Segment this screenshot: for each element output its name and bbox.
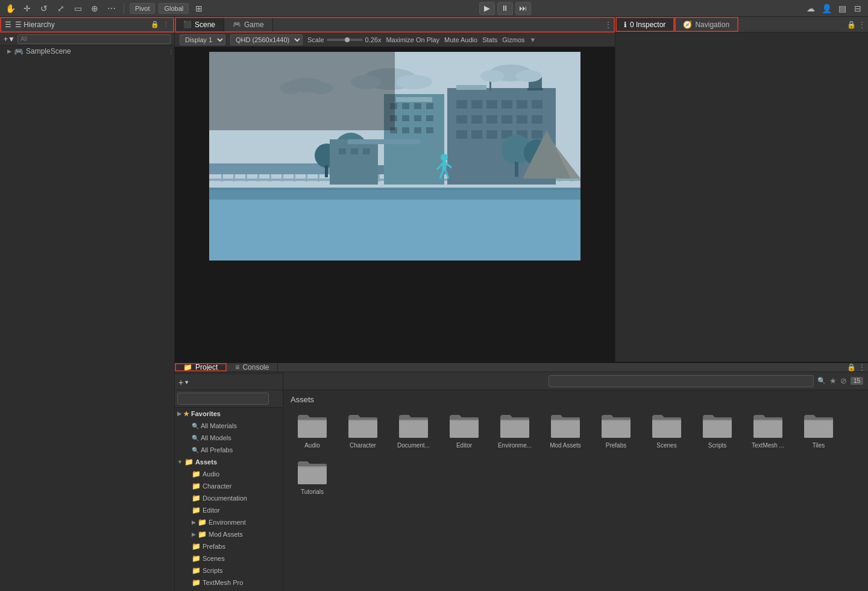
environment-label: Environment [209,519,246,526]
right-panel-more-icon[interactable]: ⋮ [858,21,866,29]
scene-more-icon[interactable]: ⋮ [602,17,615,32]
collab-icon[interactable]: ☁ [804,2,817,15]
tree-all-prefabs[interactable]: 🔍 All Prefabs [175,444,283,456]
play-icon: ▶ [484,4,490,13]
project-lock-icon[interactable]: 🔒 [847,363,856,371]
hierarchy-more-icon[interactable]: ⋮ [163,21,169,28]
mute-label[interactable]: Mute Audio [444,36,477,43]
rotate-tool-icon[interactable]: ↺ [37,2,51,15]
tab-scene[interactable]: ⬛ Scene [175,17,224,32]
hierarchy-lock-icon[interactable]: 🔒 [151,21,159,28]
tree-character[interactable]: 📁 Character [175,480,283,492]
asset-item-documentation[interactable]: Document... [389,409,438,453]
project-more-icon[interactable]: ⋮ [858,363,866,371]
step-button[interactable]: ⏭ [515,2,531,15]
global-button[interactable]: Global [159,3,189,14]
tree-audio[interactable]: 📁 Audio [175,468,283,480]
svg-rect-64 [426,103,433,109]
scale-slider[interactable] [327,39,363,41]
svg-rect-52 [486,130,497,139]
svg-rect-71 [414,127,421,133]
asset-label-documentation: Document... [397,441,430,449]
tree-textmesh[interactable]: 📁 TextMesh Pro [175,577,283,589]
assets-search-input[interactable] [549,375,814,387]
mod-folder-icon: 📁 [198,530,207,539]
game-canvas [209,52,580,261]
filter-icon[interactable]: ⊘ [840,376,847,385]
svg-rect-66 [402,115,409,121]
tab-project[interactable]: 📁 Project [175,363,227,371]
grid-icon[interactable]: ⊞ [192,2,206,15]
tab-console[interactable]: ≡ Console [227,363,278,371]
tree-tiles[interactable]: 📁 Tiles [175,589,283,591]
svg-rect-38 [456,100,467,109]
tree-all-materials[interactable]: 🔍 All Materials [175,420,283,432]
svg-rect-72 [426,127,433,133]
play-button[interactable]: ▶ [479,2,495,15]
doc-folder-icon: 📁 [192,494,201,502]
resolution-select[interactable]: QHD (2560x1440) [230,34,303,45]
asset-item-tiles[interactable]: Tiles [794,409,843,453]
star-icon[interactable]: ★ [829,376,837,385]
account-icon[interactable]: 👤 [820,2,833,15]
rect-tool-icon[interactable]: ▭ [71,2,84,15]
tree-mod-assets[interactable]: ▶ 📁 Mod Assets [175,528,283,540]
hierarchy-search-input[interactable] [17,34,171,44]
tree-search-input[interactable] [177,393,269,405]
svg-rect-97 [396,97,432,102]
asset-item-editor[interactable]: Editor [440,409,488,453]
tree-scenes[interactable]: 📁 Scenes [175,552,283,564]
hand-tool-icon[interactable]: ✋ [4,2,17,15]
svg-rect-35 [209,163,330,174]
svg-rect-79 [351,148,358,154]
character-folder-icon: 📁 [192,482,201,490]
custom-tool-icon[interactable]: ⋯ [105,2,118,15]
pivot-button[interactable]: Pivot [130,3,155,14]
display-select[interactable]: Display 1 [180,34,225,45]
svg-rect-41 [502,100,512,109]
project-content: +▼ ▶ ★ Favorites 🔍 [175,372,868,591]
asset-item-scripts[interactable]: Scripts [693,409,741,453]
tree-add-button[interactable]: +▼ [178,378,189,387]
pause-button[interactable]: ⏸ [497,2,513,15]
tab-game[interactable]: 🎮 Game [224,17,273,32]
tree-prefabs[interactable]: 📁 Prefabs [175,540,283,552]
gizmos-arrow[interactable]: ▼ [530,36,536,43]
svg-rect-76 [325,165,328,177]
right-panel-controls: 🔒 ⋮ [844,17,868,32]
move-tool-icon[interactable]: ✛ [20,2,34,15]
hierarchy-sample-scene[interactable]: ▶ 🎮 SampleScene ⋮ [0,46,174,57]
hierarchy-add-btn[interactable]: +▼ [4,35,15,43]
search-icon: 🔍 [817,377,826,385]
tab-inspector[interactable]: ℹ 0 Inspector [615,17,675,32]
asset-item-character[interactable]: Character [339,409,387,453]
asset-item-scenes[interactable]: Scenes [643,409,691,453]
gizmos-label[interactable]: Gizmos [502,36,524,43]
tree-favorites[interactable]: ▶ ★ Favorites [175,408,283,420]
asset-item-mod-assets[interactable]: Mod Assets [541,409,590,453]
asset-item-tutorials[interactable]: Tutorials [288,455,336,499]
svg-rect-50 [456,130,467,139]
asset-folder-icon-documentation [398,412,429,439]
maximize-label[interactable]: Maximize On Play [386,36,439,43]
stats-label[interactable]: Stats [482,36,497,43]
transform-tool-icon[interactable]: ⊕ [88,2,101,15]
game-scene-svg [209,52,580,261]
asset-item-audio[interactable]: Audio [288,409,336,453]
tree-assets[interactable]: ▼ 📁 Assets [175,456,283,468]
tree-all-models[interactable]: 🔍 All Models [175,432,283,444]
asset-item-environment[interactable]: Environme... [491,409,539,453]
asset-item-textmesh[interactable]: TextMesh ... [744,409,792,453]
unity-icon: 🎮 [14,47,24,56]
tab-navigation[interactable]: 🧭 Navigation [675,17,738,32]
scene-more-icon[interactable]: ⋮ [168,48,174,55]
layers-icon[interactable]: ▤ [835,2,849,15]
tree-editor[interactable]: 📁 Editor [175,504,283,516]
tree-documentation[interactable]: 📁 Documentation [175,492,283,504]
right-panel-lock-icon[interactable]: 🔒 [847,21,856,29]
tree-environment[interactable]: ▶ 📁 Environment [175,516,283,528]
tree-scripts[interactable]: 📁 Scripts [175,564,283,577]
scale-tool-icon[interactable]: ⤢ [54,2,68,15]
asset-item-prefabs[interactable]: Prefabs [592,409,640,453]
layout-icon[interactable]: ⊟ [851,2,864,15]
